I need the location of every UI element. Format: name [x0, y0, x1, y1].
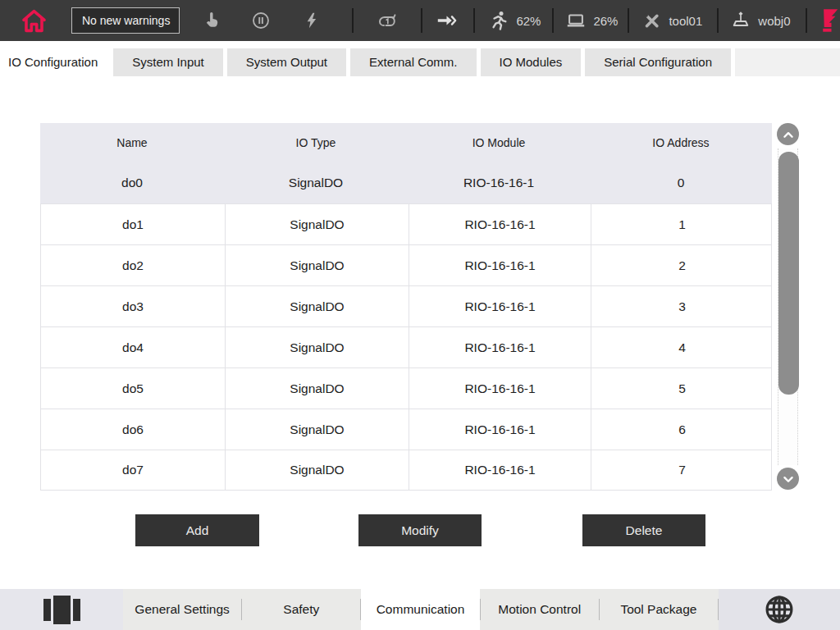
cell-io-address: 5 [591, 368, 773, 409]
cell-io-type: SignalDO [225, 245, 409, 285]
fast-forward-icon [436, 11, 457, 30]
joystick-icon [730, 10, 751, 31]
cell-io-module: RIO-16-16-1 [409, 245, 591, 285]
cell-io-type: SignalDO [225, 409, 409, 450]
divider [552, 8, 554, 33]
cell-io-type: SignalDO [225, 327, 409, 368]
io-tab-bar: IO Configuration System Input System Out… [0, 48, 840, 76]
cell-name: do4 [41, 327, 225, 368]
scrollbar-track[interactable] [778, 148, 798, 465]
cell-io-address: 2 [591, 245, 773, 285]
tool-value: tool01 [669, 14, 702, 28]
tab-external-comm[interactable]: External Comm. [350, 48, 477, 76]
nav-communication[interactable]: Communication [361, 589, 479, 630]
cell-io-module: RIO-16-16-1 [409, 204, 591, 244]
pause-icon [251, 11, 271, 30]
table-row[interactable]: do4 SignalDO RIO-16-16-1 4 [40, 326, 772, 368]
wobj-value: wobj0 [758, 14, 790, 28]
cell-name: do5 [41, 368, 225, 409]
nav-motion-control[interactable]: Motion Control [481, 589, 599, 630]
table-header-row: Name IO Type IO Module IO Address [40, 123, 772, 162]
running-person-icon [488, 10, 509, 31]
robot-arm-icon [819, 7, 840, 34]
scroll-down-button[interactable] [777, 468, 799, 490]
cell-name: do7 [41, 450, 225, 490]
table-row[interactable]: do7 SignalDO RIO-16-16-1 7 [40, 450, 772, 491]
cell-io-address: 4 [591, 327, 773, 368]
table-scrollbar[interactable] [777, 123, 799, 491]
cell-io-type: SignalDO [225, 286, 409, 326]
home-icon [19, 6, 49, 36]
top-status-bar: No new warnings [0, 0, 840, 41]
add-button[interactable]: Add [135, 514, 259, 546]
speed-button[interactable] [488, 10, 509, 31]
cell-io-address: 1 [591, 204, 773, 244]
tab-system-input[interactable]: System Input [113, 48, 223, 76]
teach-pendant-screen: No new warnings [0, 0, 840, 630]
tab-system-output[interactable]: System Output [227, 48, 346, 76]
nav-tool-package[interactable]: Tool Package [600, 589, 718, 630]
cell-io-module: RIO-16-16-1 [409, 286, 591, 326]
system-monitor-button[interactable] [565, 10, 587, 31]
tab-bar-filler [735, 48, 840, 76]
col-header-io-module: IO Module [408, 123, 590, 162]
scrollbar-thumb[interactable] [778, 152, 799, 395]
nav-general-settings[interactable]: General Settings [123, 589, 241, 630]
loop-once-icon [377, 10, 398, 31]
cell-io-type: SignalDO [224, 162, 408, 203]
chevron-down-icon [779, 470, 797, 488]
divider [806, 8, 807, 33]
table-row[interactable]: do5 SignalDO RIO-16-16-1 5 [40, 368, 772, 409]
divider [717, 8, 719, 33]
cell-name: do3 [41, 286, 225, 326]
chevron-up-icon [779, 126, 797, 144]
wobj-selector-button[interactable] [730, 10, 751, 31]
modify-button[interactable]: Modify [358, 514, 482, 546]
language-button[interactable] [719, 589, 840, 630]
step-forward-button[interactable] [436, 10, 457, 31]
cell-io-module: RIO-16-16-1 [409, 368, 591, 409]
scroll-up-button[interactable] [777, 123, 799, 145]
bottom-nav-items: General Settings Safety Communication Mo… [123, 589, 719, 630]
robot-brand-logo [819, 4, 840, 37]
menu-panel-button[interactable] [0, 589, 123, 630]
cell-io-type: SignalDO [225, 450, 409, 490]
divider [421, 8, 422, 33]
nav-safety[interactable]: Safety [242, 589, 360, 630]
io-signal-table: Name IO Type IO Module IO Address do0 Si… [40, 123, 772, 491]
cell-io-module: RIO-16-16-1 [408, 162, 590, 203]
pause-button[interactable] [250, 10, 272, 31]
table-row[interactable]: do2 SignalDO RIO-16-16-1 2 [40, 244, 772, 285]
tab-serial-configuration[interactable]: Serial Configuration [585, 48, 731, 76]
table-row[interactable]: do6 SignalDO RIO-16-16-1 6 [40, 409, 772, 450]
cell-io-type: SignalDO [225, 368, 409, 409]
divider [352, 8, 354, 33]
cell-name: do6 [41, 409, 225, 450]
tab-io-modules[interactable]: IO Modules [481, 48, 582, 76]
table-row[interactable]: do3 SignalDO RIO-16-16-1 3 [40, 285, 772, 326]
home-button[interactable] [19, 5, 49, 36]
divider [628, 8, 629, 33]
laptop-icon [565, 11, 587, 30]
cell-name: do0 [40, 162, 224, 203]
power-button[interactable] [301, 10, 322, 31]
tab-io-configuration[interactable]: IO Configuration [0, 48, 109, 76]
hand-icon [202, 11, 221, 30]
cell-io-address: 3 [591, 286, 773, 326]
table-row[interactable]: do1 SignalDO RIO-16-16-1 1 [40, 203, 772, 244]
delete-button[interactable]: Delete [582, 514, 705, 546]
cell-name: do1 [41, 204, 225, 244]
table-row[interactable]: do0 SignalDO RIO-16-16-1 0 [40, 162, 772, 203]
cell-io-address: 0 [590, 162, 772, 203]
columns-icon [43, 596, 80, 624]
tool-selector-button[interactable] [641, 10, 662, 31]
bottom-nav-bar: General Settings Safety Communication Mo… [0, 589, 840, 630]
cell-io-module: RIO-16-16-1 [409, 409, 591, 450]
tools-icon [641, 11, 662, 31]
cell-io-module: RIO-16-16-1 [409, 450, 591, 490]
manual-mode-button[interactable] [201, 10, 222, 31]
col-header-io-address: IO Address [590, 123, 772, 162]
io-signal-table-area: Name IO Type IO Module IO Address do0 Si… [40, 123, 800, 491]
run-mode-button[interactable] [377, 10, 398, 31]
warning-status-box[interactable]: No new warnings [71, 7, 180, 34]
